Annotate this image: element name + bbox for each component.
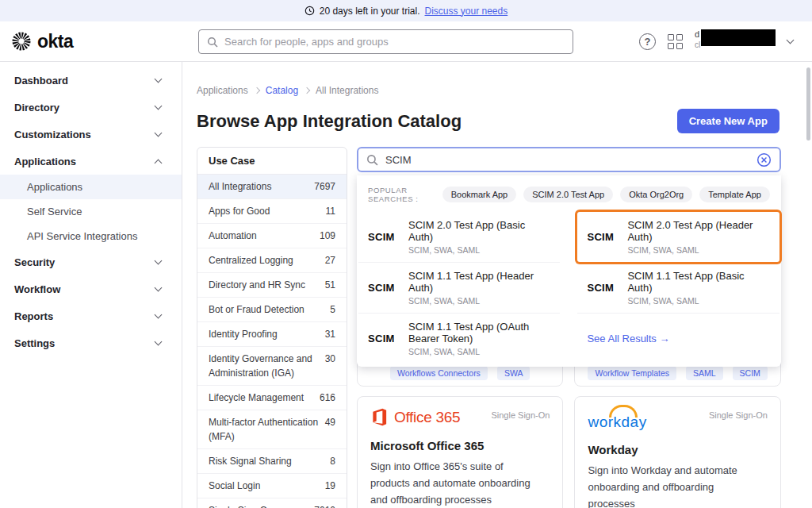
filter-count: 51 xyxy=(325,278,335,292)
office365-icon xyxy=(370,407,389,427)
chevron-down-icon xyxy=(155,284,163,292)
search-result-scim20-basic[interactable]: SCIM SCIM 2.0 Test App (Basic Auth) SCIM… xyxy=(358,212,560,262)
filter-all-integrations[interactable]: All Integrations 7697 xyxy=(197,175,347,199)
filter-single-sign-on[interactable]: Single Sign-On 7010 xyxy=(197,498,347,508)
search-results-dropdown: POPULAR SEARCHES : Bookmark App SCIM 2.0… xyxy=(357,175,781,367)
filter-mfa[interactable]: Multi-factor Authentication (MFA) 49 xyxy=(197,410,347,449)
workday-arc-icon xyxy=(609,405,638,418)
search-result-scim11-oauth[interactable]: SCIM SCIM 1.1 Test App (OAuth Bearer Tok… xyxy=(358,313,560,364)
discuss-needs-link[interactable]: Discuss your needs xyxy=(425,6,508,17)
catalog-card-workday[interactable]: workday Single Sign-On Workday Sign into… xyxy=(574,396,780,508)
catalog-card-office365[interactable]: Office 365 Single Sign-On Microsoft Offi… xyxy=(357,396,563,508)
filter-count: 5 xyxy=(330,302,335,317)
sidebar-item-label: Customizations xyxy=(14,129,91,140)
okta-logo[interactable]: okta xyxy=(11,31,73,52)
filter-bot-fraud-detection[interactable]: Bot or Fraud Detection 5 xyxy=(197,298,347,322)
single-sign-on-badge: Single Sign-On xyxy=(491,410,550,420)
search-icon xyxy=(207,37,218,48)
filter-count: 19 xyxy=(325,479,335,493)
brand-word: okta xyxy=(37,31,73,52)
app-header: okta ? d cl xyxy=(0,21,812,62)
tag-pill[interactable]: SAML xyxy=(686,366,723,380)
sidebar-item-reports[interactable]: Reports xyxy=(0,302,182,329)
clock-icon xyxy=(304,6,315,16)
sidebar-item-label: Security xyxy=(14,256,55,268)
filter-lifecycle-management[interactable]: Lifecycle Management 616 xyxy=(197,386,347,410)
account-menu[interactable]: d cl xyxy=(695,29,776,53)
chevron-down-icon xyxy=(155,257,163,265)
filter-automation[interactable]: Automation 109 xyxy=(197,224,347,248)
main-content: Applications Catalog All Integrations Br… xyxy=(182,62,812,508)
scim-logo: SCIM xyxy=(587,282,615,294)
filter-count: 616 xyxy=(320,391,335,405)
see-all-results-link[interactable]: See All Results → xyxy=(577,313,779,364)
chevron-down-icon xyxy=(155,102,163,110)
sidebar-item-workflow[interactable]: Workflow xyxy=(0,275,182,302)
create-new-app-button[interactable]: Create New App xyxy=(677,109,779,133)
search-result-scim20-header[interactable]: SCIM SCIM 2.0 Test App (Header Auth) SCI… xyxy=(577,212,779,262)
clear-search-icon[interactable] xyxy=(756,152,772,167)
search-result-scim11-header[interactable]: SCIM SCIM 1.1 Test App (Header Auth) SCI… xyxy=(358,262,560,313)
sidebar-item-applications-child[interactable]: Applications xyxy=(0,175,182,199)
chevron-down-icon xyxy=(155,129,163,137)
catalog-search-input[interactable] xyxy=(385,154,749,166)
sidebar-item-security[interactable]: Security xyxy=(0,248,182,275)
sidebar-item-api-service-integrations[interactable]: API Service Integrations xyxy=(0,224,182,248)
scim-logo: SCIM xyxy=(368,333,396,344)
popular-search-pill[interactable]: SCIM 2.0 Test App xyxy=(523,187,613,202)
help-icon[interactable]: ? xyxy=(639,33,656,50)
filter-count: 7697 xyxy=(314,179,335,194)
filter-identity-proofing[interactable]: Identity Proofing 31 xyxy=(197,322,347,347)
tag-pill[interactable]: SWA xyxy=(497,366,530,380)
chevron-up-icon xyxy=(155,159,163,167)
app-card-title: Workday xyxy=(588,443,767,456)
chevron-down-icon[interactable] xyxy=(787,37,795,44)
filter-centralized-logging[interactable]: Centralized Logging 27 xyxy=(197,248,347,273)
sidebar-item-applications[interactable]: Applications xyxy=(0,148,182,175)
breadcrumb-applications[interactable]: Applications xyxy=(197,85,248,96)
sidebar-item-label: Workflow xyxy=(14,283,60,295)
filter-iga[interactable]: Identity Governance and Administration (… xyxy=(197,347,347,386)
trial-banner: 20 days left in your trial. Discuss your… xyxy=(0,0,812,21)
popular-search-pill[interactable]: Okta Org2Org xyxy=(620,187,692,202)
filter-risk-signal-sharing[interactable]: Risk Signal Sharing 8 xyxy=(197,449,347,474)
popular-search-pill[interactable]: Template App xyxy=(699,187,770,202)
popular-searches-label: POPULAR SEARCHES : xyxy=(368,186,435,203)
use-case-header: Use Case xyxy=(197,148,347,175)
search-result-scim11-basic[interactable]: SCIM SCIM 1.1 Test App (Basic Auth) SCIM… xyxy=(577,262,779,313)
app-card-description: Sign into Workday and automate onboardin… xyxy=(588,463,753,508)
chevron-down-icon xyxy=(155,338,163,346)
okta-sunburst-icon xyxy=(11,31,32,52)
sidebar-item-dashboard[interactable]: Dashboard xyxy=(0,67,182,94)
sidebar-item-directory[interactable]: Directory xyxy=(0,94,182,121)
workday-logo: workday xyxy=(588,414,646,431)
scim-logo: SCIM xyxy=(368,231,396,243)
breadcrumb-catalog[interactable]: Catalog xyxy=(266,85,298,96)
popular-search-pill[interactable]: Bookmark App xyxy=(442,187,517,202)
global-search-input[interactable] xyxy=(224,36,565,48)
page-scrollbar[interactable] xyxy=(806,67,810,140)
tag-pill[interactable]: Workflows Connectors xyxy=(390,366,488,380)
breadcrumb-separator-icon xyxy=(304,87,310,94)
sidebar-item-label: Dashboard xyxy=(14,75,68,87)
catalog-search[interactable] xyxy=(357,147,781,172)
sidebar-item-customizations[interactable]: Customizations xyxy=(0,121,182,148)
page-title: Browse App Integration Catalog xyxy=(197,111,462,132)
use-case-filter-panel: Use Case All Integrations 7697 Apps for … xyxy=(197,147,347,508)
filter-count: 31 xyxy=(325,327,335,341)
filter-apps-for-good[interactable]: Apps for Good 11 xyxy=(197,199,347,224)
filter-directory-hr-sync[interactable]: Directory and HR Sync 51 xyxy=(197,273,347,298)
tag-pill[interactable]: SCIM xyxy=(733,366,768,380)
sidebar-item-settings[interactable]: Settings xyxy=(0,329,182,356)
sidebar-item-self-service[interactable]: Self Service xyxy=(0,199,182,224)
filter-social-login[interactable]: Social Login 19 xyxy=(197,474,347,498)
chevron-down-icon xyxy=(155,75,163,83)
apps-grid-icon[interactable] xyxy=(668,34,683,49)
tag-pill[interactable]: Workflow Templates xyxy=(588,366,676,380)
breadcrumb: Applications Catalog All Integrations xyxy=(197,85,812,96)
app-card-description: Sign into Office 365's suite of products… xyxy=(370,459,535,508)
filter-count: 109 xyxy=(320,229,335,243)
single-sign-on-badge: Single Sign-On xyxy=(709,410,768,420)
sidebar-item-label: Reports xyxy=(14,310,53,322)
global-search[interactable] xyxy=(198,29,573,54)
